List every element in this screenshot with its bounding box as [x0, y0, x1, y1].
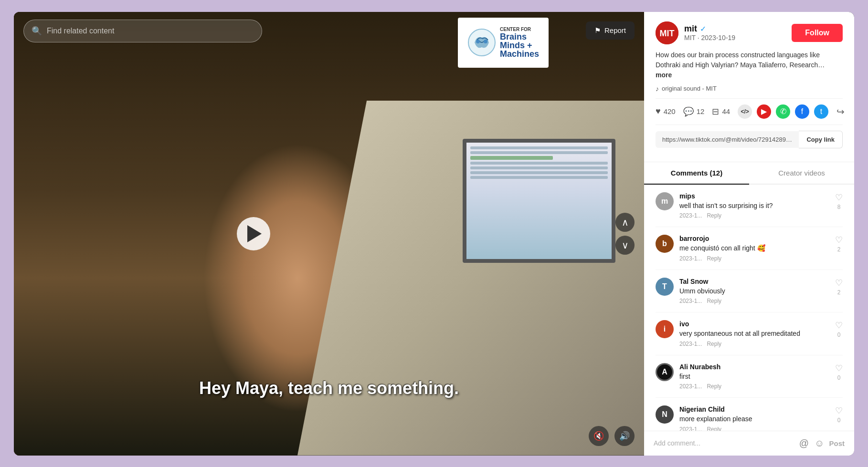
tab-comments[interactable]: Comments (12): [644, 162, 749, 185]
comment-like: ♡ 8: [835, 192, 843, 210]
reply-button[interactable]: Reply: [707, 255, 721, 262]
saves-stat: ⊟ 44: [712, 106, 730, 117]
follow-button[interactable]: Follow: [792, 24, 843, 42]
post-button[interactable]: Post: [829, 439, 845, 447]
comment-body: mips well that isn't so surprising is it…: [679, 192, 829, 219]
music-icon: ♪: [656, 85, 659, 93]
embed-icon[interactable]: </>: [738, 104, 752, 119]
reply-button[interactable]: Reply: [707, 341, 721, 347]
forward-icon[interactable]: ↪: [833, 104, 847, 119]
comment-date: 2023-1...: [679, 341, 702, 347]
comment-body: Tal Snow Umm obviously 2023-1... Reply: [679, 278, 829, 305]
comment-input-row: @ ☺ Post: [644, 431, 854, 456]
mit-avatar-icon: MIT: [656, 21, 678, 44]
svg-text:MIT: MIT: [660, 29, 675, 38]
comment-date: 2023-1...: [679, 255, 702, 262]
mute-button[interactable]: 🔇: [589, 426, 609, 446]
comment-like: ♡ 2: [835, 278, 843, 296]
video-link: https://www.tiktok.com/@mit/video/729142…: [656, 131, 799, 148]
monitor-line: [470, 162, 608, 165]
comment-username: barrorojo: [679, 235, 829, 242]
comments-count: 12: [697, 107, 705, 115]
bookmark-icon: ⊟: [712, 106, 719, 117]
comment-body: Nigerian Child more explanation please 2…: [679, 405, 829, 430]
sound-row: ♪ original sound - MIT: [656, 85, 843, 93]
comment-meta: 2023-1... Reply: [679, 426, 829, 430]
show-more-button[interactable]: more: [656, 71, 672, 79]
comment-meta: 2023-1... Reply: [679, 383, 829, 390]
copy-link-button[interactable]: Copy link: [799, 131, 843, 148]
avatar: A: [656, 363, 674, 381]
description-text: How does our brain process constructed l…: [656, 51, 825, 69]
reply-button[interactable]: Reply: [707, 383, 721, 390]
svg-point-1: [476, 40, 480, 43]
comment-meta: 2023-1... Reply: [679, 298, 829, 304]
comment-item: b barrorojo me conquistó con all right 🥰…: [656, 227, 843, 270]
share-icons: </> ▶ ✆ f t ↪: [738, 104, 847, 119]
search-box[interactable]: 🔍 Find related content: [23, 20, 262, 42]
nav-up-arrow[interactable]: ∧: [615, 213, 635, 232]
like-count: 2: [837, 289, 841, 296]
mit-minds-label: Minds +: [500, 41, 532, 50]
comment-text: very spontaneous not at all premeditated: [679, 329, 829, 339]
comments-list: m mips well that isn't so surprising is …: [644, 185, 854, 431]
account-name-row: mit ✓: [684, 24, 735, 34]
like-icon[interactable]: ♡: [835, 235, 843, 245]
reply-button[interactable]: Reply: [707, 426, 721, 430]
likes-stat: ♥ 420: [656, 106, 676, 116]
bottom-controls: 🔇 🔊: [589, 426, 635, 446]
comment-date: 2023-1...: [679, 212, 702, 219]
likes-count: 420: [664, 107, 676, 115]
twitter-icon[interactable]: t: [814, 104, 828, 119]
account-handle: MIT · 2023-10-19: [684, 34, 735, 42]
reply-button[interactable]: Reply: [707, 212, 721, 219]
monitor-line: [470, 171, 608, 174]
like-count: 0: [837, 332, 841, 338]
volume-button[interactable]: 🔊: [614, 426, 635, 446]
like-icon[interactable]: ♡: [835, 363, 843, 374]
like-icon[interactable]: ♡: [835, 320, 843, 331]
reply-button[interactable]: Reply: [707, 298, 721, 304]
nav-down-arrow[interactable]: ∨: [615, 236, 635, 255]
avatar: b: [656, 235, 674, 253]
monitor-line: [470, 146, 608, 149]
comment-meta: 2023-1... Reply: [679, 341, 829, 347]
comment-username: Tal Snow: [679, 278, 829, 285]
whatsapp-icon[interactable]: ✆: [776, 104, 790, 119]
comment-item: m mips well that isn't so surprising is …: [656, 185, 843, 228]
app-wrapper: 🔍 Find related content CENTER FOR Brains…: [14, 12, 854, 456]
right-panel: MIT mit ✓ MIT · 2023-10-19 Follow How do…: [644, 12, 854, 456]
like-icon[interactable]: ♡: [835, 278, 843, 288]
comment-text: me conquistó con all right 🥰: [679, 244, 829, 253]
verified-icon: ✓: [700, 24, 706, 33]
comment-input[interactable]: [654, 439, 794, 447]
emoji-icon[interactable]: ☺: [815, 438, 824, 449]
facebook-icon[interactable]: f: [795, 104, 809, 119]
like-icon[interactable]: ♡: [835, 405, 843, 416]
video-area: 🔍 Find related content CENTER FOR Brains…: [14, 12, 644, 456]
comment-like: ♡ 0: [835, 363, 843, 381]
play-icon: [247, 225, 262, 242]
like-count: 0: [837, 417, 841, 424]
comment-meta: 2023-1... Reply: [679, 212, 829, 219]
video-description: How does our brain process constructed l…: [656, 50, 843, 80]
like-icon[interactable]: ♡: [835, 192, 843, 203]
avatar: T: [656, 278, 674, 296]
monitor-line: [470, 166, 608, 169]
tab-comments-label: Comments (12): [671, 169, 722, 177]
mention-icon[interactable]: @: [799, 438, 809, 449]
stats-row: ♥ 420 💬 12 ⊟ 44 </> ▶ ✆ f t ↪: [656, 98, 843, 125]
mit-machines-label: Machines: [500, 50, 539, 58]
avatar: i: [656, 320, 674, 338]
tab-creator-videos[interactable]: Creator videos: [749, 162, 854, 185]
account-row: MIT mit ✓ MIT · 2023-10-19 Follow: [656, 21, 843, 44]
comment-date: 2023-1...: [679, 426, 702, 430]
monitor-line-green: [470, 156, 553, 160]
like-count: 2: [837, 246, 841, 253]
tabs-row: Comments (12) Creator videos: [644, 162, 854, 185]
mit-logo-text: CENTER FOR Brains Minds + Machines: [500, 27, 539, 58]
report-button[interactable]: ⚑ Report: [586, 21, 635, 40]
pocket-icon[interactable]: ▶: [757, 104, 771, 119]
avatar: MIT: [656, 21, 678, 44]
play-button[interactable]: [237, 217, 270, 250]
